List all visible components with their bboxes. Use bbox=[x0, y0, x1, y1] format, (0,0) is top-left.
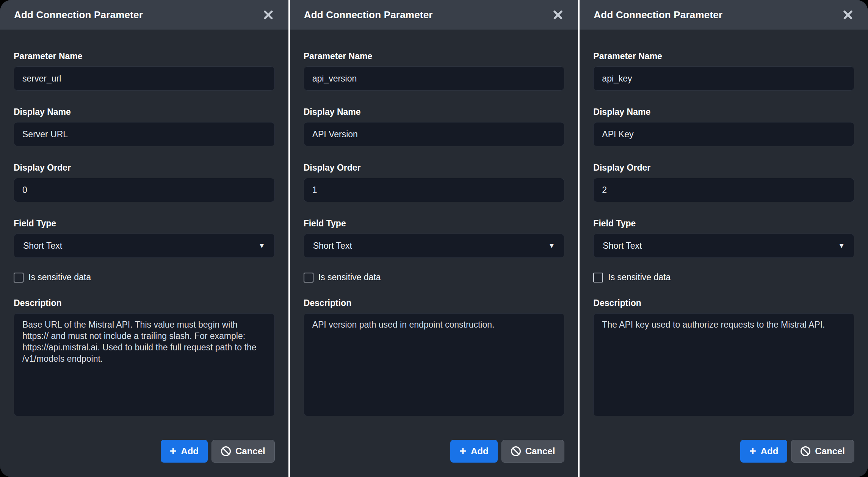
sensitive-data-label: Is sensitive data bbox=[28, 272, 91, 282]
field-type-select[interactable]: Short Text ▼ bbox=[14, 234, 275, 258]
add-connection-parameter-dialog-2: Add Connection Parameter Parameter Name … bbox=[288, 0, 578, 477]
add-connection-parameter-dialog-1: Add Connection Parameter Parameter Name … bbox=[0, 0, 288, 477]
sensitive-data-row: Is sensitive data bbox=[304, 272, 565, 282]
dialog-header: Add Connection Parameter bbox=[0, 0, 288, 30]
parameter-name-input[interactable] bbox=[304, 66, 565, 91]
cancel-button[interactable]: Cancel bbox=[791, 440, 854, 463]
sensitive-data-row: Is sensitive data bbox=[593, 272, 854, 282]
field-type-selected-value: Short Text bbox=[603, 241, 642, 251]
display-order-label: Display Order bbox=[304, 162, 565, 173]
add-button-label: Add bbox=[471, 446, 489, 457]
plus-icon: + bbox=[749, 445, 756, 457]
display-order-input[interactable] bbox=[593, 178, 854, 202]
dropdown-arrow-icon: ▼ bbox=[548, 242, 555, 249]
cancel-button-label: Cancel bbox=[525, 446, 555, 457]
description-label: Description bbox=[304, 298, 565, 308]
dialog-body: Parameter Name Display Name Display Orde… bbox=[290, 30, 578, 477]
description-textarea[interactable]: The API key used to authorize requests t… bbox=[593, 313, 854, 416]
cancel-button-label: Cancel bbox=[235, 446, 265, 457]
screenshot-canvas: Add Connection Parameter Parameter Name … bbox=[0, 0, 868, 477]
description-textarea[interactable]: API version path used in endpoint constr… bbox=[304, 313, 565, 416]
dialog-actions: + Add Cancel bbox=[14, 440, 275, 463]
cancel-button-label: Cancel bbox=[815, 446, 845, 457]
sensitive-data-label: Is sensitive data bbox=[318, 272, 381, 282]
display-name-input[interactable] bbox=[304, 122, 565, 146]
dialog-body: Parameter Name Display Name Display Orde… bbox=[0, 30, 288, 477]
ban-icon bbox=[221, 446, 231, 456]
dialog-actions: + Add Cancel bbox=[304, 440, 565, 463]
parameter-name-input[interactable] bbox=[593, 66, 854, 91]
display-order-input[interactable] bbox=[304, 178, 565, 202]
close-button[interactable] bbox=[261, 8, 276, 22]
sensitive-data-checkbox[interactable] bbox=[14, 273, 24, 282]
dropdown-arrow-icon: ▼ bbox=[259, 242, 265, 249]
description-label: Description bbox=[593, 298, 854, 308]
close-button[interactable] bbox=[551, 8, 565, 22]
dialog-header: Add Connection Parameter bbox=[290, 0, 578, 30]
field-type-select[interactable]: Short Text ▼ bbox=[593, 234, 854, 258]
display-name-input[interactable] bbox=[593, 122, 854, 146]
add-button-label: Add bbox=[181, 446, 199, 457]
plus-icon: + bbox=[459, 445, 466, 457]
display-order-label: Display Order bbox=[14, 162, 275, 173]
field-type-label: Field Type bbox=[304, 218, 565, 229]
field-type-label: Field Type bbox=[14, 218, 275, 229]
parameter-name-label: Parameter Name bbox=[593, 51, 854, 61]
display-name-input[interactable] bbox=[14, 122, 275, 146]
ban-icon bbox=[511, 446, 521, 456]
close-button[interactable] bbox=[841, 8, 855, 22]
sensitive-data-label: Is sensitive data bbox=[608, 272, 671, 282]
dropdown-arrow-icon: ▼ bbox=[838, 242, 845, 249]
display-name-label: Display Name bbox=[304, 107, 565, 117]
dialog-title: Add Connection Parameter bbox=[304, 9, 433, 21]
add-connection-parameter-dialog-3: Add Connection Parameter Parameter Name … bbox=[578, 0, 868, 477]
field-type-selected-value: Short Text bbox=[313, 241, 352, 251]
field-type-select[interactable]: Short Text ▼ bbox=[304, 234, 565, 258]
add-button[interactable]: + Add bbox=[740, 440, 787, 463]
dialog-header: Add Connection Parameter bbox=[580, 0, 868, 30]
display-order-label: Display Order bbox=[593, 162, 854, 173]
add-button[interactable]: + Add bbox=[450, 440, 497, 463]
add-button[interactable]: + Add bbox=[161, 440, 208, 463]
display-name-label: Display Name bbox=[14, 107, 275, 117]
parameter-name-label: Parameter Name bbox=[14, 51, 275, 61]
parameter-name-input[interactable] bbox=[14, 66, 275, 91]
dialog-title: Add Connection Parameter bbox=[594, 9, 722, 21]
sensitive-data-checkbox[interactable] bbox=[593, 273, 603, 282]
dialog-body: Parameter Name Display Name Display Orde… bbox=[580, 30, 868, 477]
cancel-button[interactable]: Cancel bbox=[212, 440, 275, 463]
field-type-selected-value: Short Text bbox=[23, 241, 62, 251]
description-label: Description bbox=[14, 298, 275, 308]
dialog-title: Add Connection Parameter bbox=[14, 9, 143, 21]
sensitive-data-row: Is sensitive data bbox=[14, 272, 275, 282]
parameter-name-label: Parameter Name bbox=[304, 51, 565, 61]
dialog-actions: + Add Cancel bbox=[593, 440, 854, 463]
plus-icon: + bbox=[170, 445, 177, 457]
sensitive-data-checkbox[interactable] bbox=[304, 273, 313, 282]
cancel-button[interactable]: Cancel bbox=[501, 440, 565, 463]
field-type-label: Field Type bbox=[593, 218, 854, 229]
display-name-label: Display Name bbox=[593, 107, 854, 117]
display-order-input[interactable] bbox=[14, 178, 275, 202]
ban-icon bbox=[801, 446, 810, 456]
add-button-label: Add bbox=[761, 446, 779, 457]
description-textarea[interactable]: Base URL of the Mistral API. This value … bbox=[14, 313, 275, 416]
